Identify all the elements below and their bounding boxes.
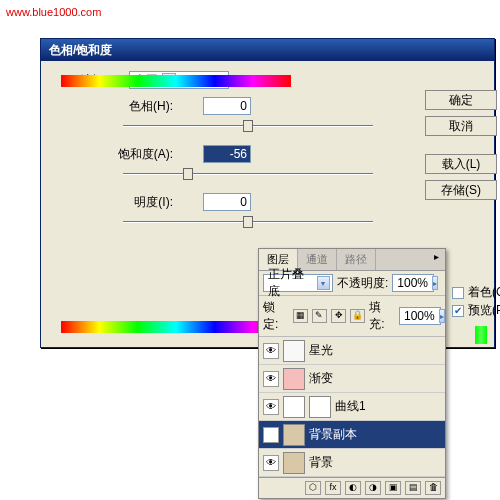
- visibility-icon[interactable]: 👁: [263, 455, 279, 471]
- chevron-down-icon: ▸: [432, 276, 438, 290]
- adjustment-icon[interactable]: ◑: [365, 481, 381, 495]
- mask-icon[interactable]: ◐: [345, 481, 361, 495]
- fill-value: 100%: [404, 309, 435, 323]
- layer-thumb: [283, 396, 305, 418]
- light-label: 明度(I):: [53, 194, 173, 211]
- hue-label: 色相(H):: [53, 98, 173, 115]
- preview-label: 预览(P: [468, 302, 500, 319]
- folder-icon[interactable]: ▣: [385, 481, 401, 495]
- save-button[interactable]: 存储(S): [425, 180, 497, 200]
- visibility-icon[interactable]: 👁: [263, 371, 279, 387]
- layer-row[interactable]: 👁背景副本: [259, 421, 445, 449]
- trash-icon[interactable]: 🗑: [425, 481, 441, 495]
- layer-name: 星光: [309, 342, 333, 359]
- dialog-title: 色相/饱和度: [41, 39, 494, 61]
- layer-row[interactable]: 👁曲线1: [259, 393, 445, 421]
- layer-row[interactable]: 👁背景: [259, 449, 445, 477]
- light-slider[interactable]: [53, 215, 482, 229]
- load-button[interactable]: 载入(L): [425, 154, 497, 174]
- layer-thumb: [283, 368, 305, 390]
- colorize-label: 着色(C: [468, 284, 500, 301]
- blend-mode-dropdown[interactable]: 正片叠底 ▾: [263, 274, 333, 292]
- hue-gradient-bottom: [61, 75, 291, 87]
- lock-label: 锁定:: [263, 299, 289, 333]
- opacity-input[interactable]: 100%▸: [392, 274, 434, 292]
- link-icon[interactable]: ⬡: [305, 481, 321, 495]
- blend-mode-value: 正片叠底: [268, 266, 313, 300]
- gradient-strip: [475, 326, 487, 344]
- layer-name: 曲线1: [335, 398, 366, 415]
- lock-transparent-icon[interactable]: ▦: [293, 309, 308, 323]
- visibility-icon[interactable]: 👁: [263, 399, 279, 415]
- opacity-label: 不透明度:: [337, 275, 388, 292]
- source-url: www.blue1000.com: [6, 6, 101, 18]
- fill-label: 填充:: [369, 299, 395, 333]
- chevron-down-icon: ▾: [317, 276, 330, 290]
- panel-menu-icon[interactable]: ▸: [428, 249, 445, 270]
- light-input[interactable]: [203, 193, 251, 211]
- sat-label: 饱和度(A):: [53, 146, 173, 163]
- chevron-down-icon: ▸: [439, 309, 445, 323]
- opacity-value: 100%: [397, 276, 428, 290]
- fill-input[interactable]: 100%▸: [399, 307, 441, 325]
- sat-input[interactable]: [203, 145, 251, 163]
- lock-all-icon[interactable]: 🔒: [350, 309, 365, 323]
- hue-input[interactable]: [203, 97, 251, 115]
- mask-thumb: [309, 396, 331, 418]
- layer-thumb: [283, 452, 305, 474]
- visibility-icon[interactable]: 👁: [263, 427, 279, 443]
- hue-gradient-top: [61, 321, 291, 333]
- tab-paths[interactable]: 路径: [337, 249, 376, 270]
- colorize-checkbox[interactable]: [452, 287, 464, 299]
- layer-name: 渐变: [309, 370, 333, 387]
- sat-slider[interactable]: [53, 167, 482, 181]
- ok-button[interactable]: 确定: [425, 90, 497, 110]
- layer-row[interactable]: 👁星光: [259, 337, 445, 365]
- cancel-button[interactable]: 取消: [425, 116, 497, 136]
- layer-thumb: [283, 340, 305, 362]
- layer-thumb: [283, 424, 305, 446]
- lock-move-icon[interactable]: ✥: [331, 309, 346, 323]
- layer-name: 背景副本: [309, 426, 357, 443]
- lock-paint-icon[interactable]: ✎: [312, 309, 327, 323]
- new-layer-icon[interactable]: ▤: [405, 481, 421, 495]
- layers-panel: 图层 通道 路径 ▸ 正片叠底 ▾ 不透明度: 100%▸ 锁定: ▦ ✎ ✥ …: [258, 248, 446, 499]
- fx-icon[interactable]: fx: [325, 481, 341, 495]
- layer-name: 背景: [309, 454, 333, 471]
- hue-slider[interactable]: [53, 119, 482, 133]
- visibility-icon[interactable]: 👁: [263, 343, 279, 359]
- preview-checkbox[interactable]: ✔: [452, 305, 464, 317]
- layer-row[interactable]: 👁渐变: [259, 365, 445, 393]
